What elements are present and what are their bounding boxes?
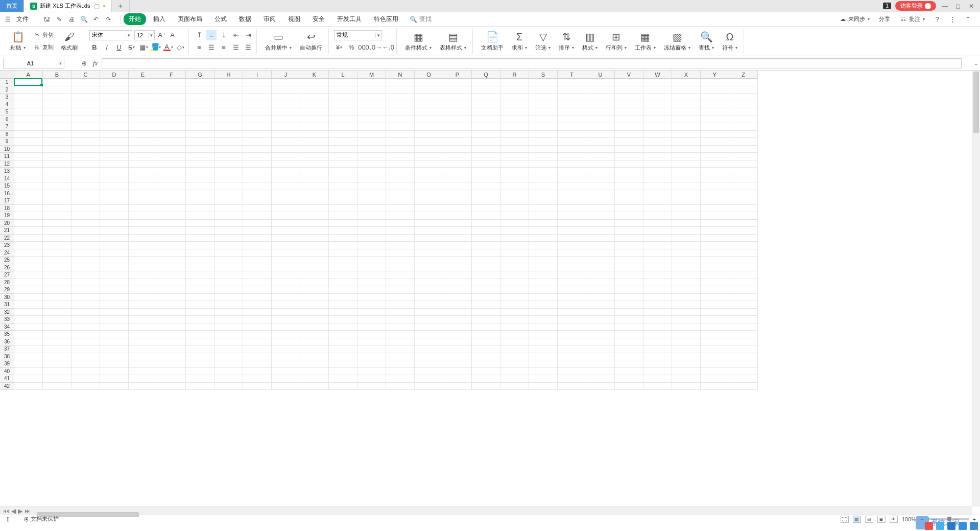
cell[interactable] [329, 286, 357, 294]
cell[interactable] [386, 101, 415, 109]
find-button[interactable]: 🔍查找 [696, 30, 717, 53]
cell[interactable] [43, 257, 71, 264]
cell[interactable] [672, 249, 701, 257]
cell[interactable] [701, 138, 729, 146]
cell[interactable] [472, 286, 500, 294]
cell[interactable] [558, 138, 586, 146]
cell[interactable] [643, 257, 672, 264]
cell[interactable] [14, 279, 43, 287]
cell[interactable] [415, 108, 443, 116]
cell[interactable] [672, 324, 701, 331]
cell[interactable] [558, 331, 586, 338]
cell[interactable] [472, 294, 500, 302]
cell[interactable] [100, 383, 129, 390]
cell[interactable] [329, 197, 357, 205]
cell[interactable] [100, 146, 129, 153]
cell[interactable] [329, 146, 357, 153]
cell[interactable] [729, 316, 758, 324]
cell[interactable] [71, 108, 100, 116]
eye-view-icon[interactable]: 👁 [890, 516, 898, 523]
cell[interactable] [157, 153, 186, 160]
cell[interactable] [243, 205, 272, 213]
cell[interactable] [615, 242, 643, 249]
cell[interactable] [157, 301, 186, 309]
cell[interactable] [329, 190, 357, 198]
cell[interactable] [43, 264, 71, 272]
cell[interactable] [643, 227, 672, 235]
cell[interactable] [386, 86, 415, 94]
cell[interactable] [386, 249, 415, 257]
cell[interactable] [415, 316, 443, 324]
cell[interactable] [272, 286, 300, 294]
row-header[interactable]: 7 [0, 123, 14, 131]
print-preview-icon[interactable]: 🔍 [79, 15, 88, 24]
cell[interactable] [186, 168, 214, 175]
cell[interactable] [129, 190, 157, 198]
cell[interactable] [43, 271, 71, 279]
maximize-button[interactable]: ◻ [953, 2, 963, 11]
cell[interactable] [129, 316, 157, 324]
cell[interactable] [443, 123, 472, 131]
cell[interactable] [558, 249, 586, 257]
cell[interactable] [672, 212, 701, 220]
cell[interactable] [14, 212, 43, 220]
cell[interactable] [300, 116, 329, 124]
cell[interactable] [43, 205, 71, 213]
cell[interactable] [472, 279, 500, 287]
cell[interactable] [272, 294, 300, 302]
cell[interactable] [701, 146, 729, 153]
cell[interactable] [615, 279, 643, 287]
cell[interactable] [100, 309, 129, 316]
cell[interactable] [443, 116, 472, 124]
cell[interactable] [129, 235, 157, 242]
cell[interactable] [71, 205, 100, 213]
cell[interactable] [672, 242, 701, 249]
cell[interactable] [558, 360, 586, 368]
cell[interactable] [71, 123, 100, 131]
cell[interactable] [186, 212, 214, 220]
cell[interactable] [443, 294, 472, 302]
cell[interactable] [443, 131, 472, 138]
align-middle-icon[interactable]: ≡ [206, 30, 217, 40]
cell[interactable] [415, 309, 443, 316]
cell[interactable] [415, 153, 443, 160]
cell[interactable] [500, 368, 529, 376]
cell[interactable] [443, 360, 472, 368]
cell[interactable] [186, 345, 214, 353]
row-header[interactable]: 9 [0, 138, 14, 146]
cell[interactable] [100, 294, 129, 302]
cell[interactable] [443, 160, 472, 168]
cell[interactable] [186, 220, 214, 227]
column-header[interactable]: K [300, 71, 329, 79]
cell[interactable] [71, 94, 100, 101]
cell[interactable] [43, 301, 71, 309]
cell[interactable] [300, 79, 329, 86]
cell[interactable] [701, 235, 729, 242]
cell[interactable] [71, 383, 100, 390]
cell[interactable] [500, 190, 529, 198]
cell[interactable] [272, 146, 300, 153]
cell[interactable] [186, 116, 214, 124]
cell[interactable] [558, 309, 586, 316]
cell[interactable] [100, 138, 129, 146]
cell[interactable] [529, 331, 558, 338]
cell[interactable] [157, 294, 186, 302]
cell[interactable] [558, 375, 586, 383]
cell[interactable] [272, 368, 300, 376]
cell[interactable] [243, 168, 272, 175]
cell[interactable] [729, 212, 758, 220]
cell[interactable] [472, 353, 500, 361]
spreadsheet-grid[interactable]: ABCDEFGHIJKLMNOPQRSTUVWXYZ 1234567891011… [0, 71, 972, 506]
cell[interactable] [214, 316, 243, 324]
cell[interactable] [586, 86, 615, 94]
column-header[interactable]: J [272, 71, 300, 79]
italic-icon[interactable]: I [102, 42, 112, 53]
cell[interactable] [443, 368, 472, 376]
cell[interactable] [558, 131, 586, 138]
cell[interactable] [157, 353, 186, 361]
cell[interactable] [672, 279, 701, 287]
cell[interactable] [701, 153, 729, 160]
row-header[interactable]: 26 [0, 264, 14, 272]
cell[interactable] [71, 168, 100, 175]
cell[interactable] [186, 375, 214, 383]
